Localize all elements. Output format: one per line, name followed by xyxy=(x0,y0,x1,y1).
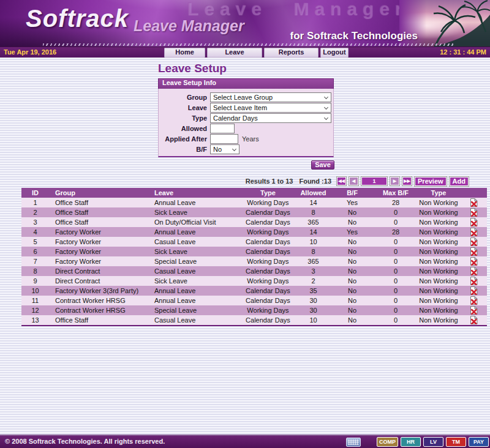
cell-allowed: 365 xyxy=(297,217,330,227)
nav-item-logout[interactable]: Logout xyxy=(320,48,349,58)
delete-icon[interactable] xyxy=(470,277,478,285)
cell-id: 8 xyxy=(21,266,49,276)
cell-bf: No xyxy=(330,237,375,247)
footer-bar: © 2008 Softrack Technologies. All rights… xyxy=(0,435,490,448)
leave-setup-panel: Leave Setup Info Group Select Leave Grou… xyxy=(158,78,334,157)
cell-allowed: 8 xyxy=(297,247,330,256)
delete-icon[interactable] xyxy=(470,218,478,226)
cell-actions xyxy=(461,266,487,276)
chevron-down-icon xyxy=(324,94,328,99)
group-select-value: Select Leave Group xyxy=(213,94,273,101)
delete-icon[interactable] xyxy=(470,237,478,246)
nav-item-home[interactable]: Home xyxy=(164,48,205,58)
cell-leave: Special Leave xyxy=(150,305,239,315)
cell-max-bf: 0 xyxy=(375,276,417,286)
cell-group: Contract Worker HRSG xyxy=(49,296,150,305)
cell-days-type: Calendar Days xyxy=(239,286,297,296)
applied-after-input[interactable] xyxy=(210,134,238,144)
next-page-button[interactable]: ▶ xyxy=(390,177,399,185)
cell-group: Factory Worker xyxy=(49,256,150,266)
cell-bf: No xyxy=(330,286,375,296)
results-bar: Results 1 to 13 Found :13 ◀◀ ◀ 1 ▶ ▶▶ Pr… xyxy=(246,176,469,186)
cell-actions xyxy=(461,296,487,305)
cell-working-type: Non Working xyxy=(417,266,461,276)
bf-select[interactable]: No xyxy=(210,144,239,154)
previous-page-button[interactable]: ◀ xyxy=(349,177,358,185)
group-label: Group xyxy=(159,94,210,101)
module-button-comp[interactable]: COMP xyxy=(377,437,398,447)
last-page-button[interactable]: ▶▶ xyxy=(402,177,412,185)
cell-group: Factory Worker 3(3rd Party) xyxy=(49,286,150,296)
delete-icon[interactable] xyxy=(470,267,478,275)
cell-actions xyxy=(461,207,487,217)
years-suffix: Years xyxy=(242,135,259,143)
keyboard-icon[interactable] xyxy=(346,438,361,447)
delete-icon[interactable] xyxy=(470,208,478,217)
cell-bf: No xyxy=(330,217,375,227)
cell-allowed: 14 xyxy=(297,198,330,207)
module-button-hr[interactable]: HR xyxy=(401,437,421,447)
cell-leave: Casual Leave xyxy=(150,237,239,247)
cell-max-bf: 0 xyxy=(375,286,417,296)
allowed-input[interactable] xyxy=(210,124,235,133)
cell-working-type: Non Working xyxy=(417,256,461,266)
cell-actions xyxy=(461,227,487,237)
cell-leave: Sick Leave xyxy=(150,276,239,286)
first-page-button[interactable]: ◀◀ xyxy=(337,177,346,185)
leave-manager-app: Leave Manager xyxy=(0,0,490,448)
type-select-value: Calendar Days xyxy=(213,114,258,122)
nav-item-leave[interactable]: Leave xyxy=(207,48,262,58)
cell-bf: No xyxy=(330,207,375,217)
delete-icon[interactable] xyxy=(470,316,478,324)
delete-icon[interactable] xyxy=(470,228,478,236)
nav-item-reports[interactable]: Reports xyxy=(264,48,318,58)
delete-icon[interactable] xyxy=(470,198,478,207)
cell-days-type: Calendar Days xyxy=(239,247,297,256)
cell-id: 1 xyxy=(21,198,49,207)
cell-id: 2 xyxy=(21,207,49,217)
module-button-lv[interactable]: LV xyxy=(423,437,443,447)
product-name: Leave Manager xyxy=(134,17,244,35)
cell-max-bf: 0 xyxy=(375,296,417,305)
table-row: 7Factory WorkerSpecial LeaveWorking Days… xyxy=(21,256,487,266)
delete-icon[interactable] xyxy=(470,257,478,266)
delete-icon[interactable] xyxy=(470,296,478,305)
leave-table-body: 1Office StaffAnnual LeaveWorking Days14Y… xyxy=(21,198,487,325)
cell-allowed: 3 xyxy=(297,266,330,276)
navigation-bar: Tue Apr 19, 2016 Home Leave Reports Logo… xyxy=(0,47,490,58)
group-select[interactable]: Select Leave Group xyxy=(210,92,331,102)
cell-bf: No xyxy=(330,247,375,256)
delete-icon[interactable] xyxy=(470,247,478,256)
cell-actions xyxy=(461,286,487,296)
cell-bf: Yes xyxy=(330,198,375,207)
delete-icon[interactable] xyxy=(470,286,478,295)
cell-working-type: Non Working xyxy=(417,305,461,315)
preview-button[interactable]: Preview xyxy=(415,177,447,186)
cell-allowed: 10 xyxy=(297,237,330,247)
leave-select[interactable]: Select Leave Item xyxy=(210,103,331,113)
table-row: 11Contract Worker HRSGAnnual LeaveCalend… xyxy=(21,296,487,305)
delete-icon[interactable] xyxy=(470,306,478,315)
table-header-row: IDGroupLeaveTypeAllowedB/FMax B/FType xyxy=(21,188,487,198)
cell-leave: Special Leave xyxy=(150,256,239,266)
add-button[interactable]: Add xyxy=(450,177,469,186)
current-page-indicator[interactable]: 1 xyxy=(361,177,387,185)
save-button[interactable]: Save xyxy=(311,160,334,170)
module-button-pay[interactable]: PAY xyxy=(469,437,489,447)
cell-days-type: Calendar Days xyxy=(239,315,297,325)
brand-logo: Softrack xyxy=(26,5,129,32)
cell-leave: Annual Leave xyxy=(150,198,239,207)
results-range: Results 1 to 13 xyxy=(246,177,293,185)
module-button-tm[interactable]: TM xyxy=(446,437,466,447)
panel-title: Leave Setup Info xyxy=(158,78,334,89)
cell-allowed: 10 xyxy=(297,315,330,325)
cell-id: 10 xyxy=(21,286,49,296)
table-row: 1Office StaffAnnual LeaveWorking Days14Y… xyxy=(21,198,487,207)
column-header-bf: B/F xyxy=(330,188,375,198)
cell-actions xyxy=(461,217,487,227)
current-time: 12 : 31 : 44 PM xyxy=(440,48,486,56)
cell-id: 6 xyxy=(21,247,49,256)
cell-days-type: Calendar Days xyxy=(239,296,297,305)
type-select[interactable]: Calendar Days xyxy=(210,113,331,123)
cell-id: 5 xyxy=(21,237,49,247)
